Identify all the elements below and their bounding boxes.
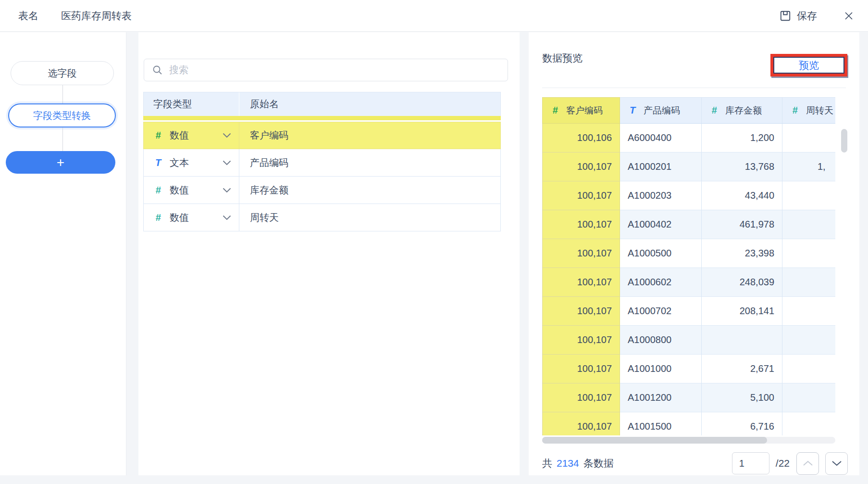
preview-cell (782, 383, 835, 412)
hash-icon: # (153, 185, 163, 196)
record-count-number: 2134 (557, 458, 579, 469)
connector-line (62, 85, 63, 103)
preview-cell: A6000400 (620, 124, 702, 153)
preview-column-header: #客户编码 (542, 97, 620, 124)
field-original-name: 产品编码 (239, 149, 500, 176)
field-row[interactable]: #数值 客户编码 (143, 122, 501, 149)
table-name-value: 医药库存周转表 (61, 0, 132, 32)
preview-cell: 2,671 (702, 355, 782, 383)
preview-cell (782, 181, 835, 210)
horizontal-scrollbar-thumb[interactable] (542, 437, 767, 444)
save-button[interactable]: 保存 (779, 0, 817, 32)
horizontal-scrollbar[interactable] (542, 437, 835, 444)
connector-line (62, 127, 63, 151)
vertical-scrollbar[interactable] (841, 129, 847, 153)
preview-cell (782, 124, 835, 153)
chevron-down-icon (223, 133, 231, 138)
preview-cell: 13,768 (702, 153, 782, 181)
preview-column-label: 周转天 (806, 104, 833, 117)
preview-cell (782, 326, 835, 355)
preview-cell: 100,107 (542, 383, 620, 412)
search-box[interactable] (144, 59, 508, 81)
preview-cell: A1001200 (620, 383, 702, 412)
field-type-select[interactable]: #数值 (144, 204, 239, 231)
preview-column-header: #库存金额 (702, 97, 782, 124)
preview-table-row: 100,107A1000402461,978 (542, 210, 835, 239)
field-original-name: 客户编码 (239, 122, 500, 149)
preview-cell: 6,716 (702, 412, 782, 435)
hash-icon: # (153, 130, 163, 141)
preview-column-label: 库存金额 (725, 104, 762, 117)
text-icon: T (628, 105, 637, 116)
column-header-original-name: 原始名 (239, 98, 279, 111)
preview-table-body: 100,106A60004001,200100,107A100020113,76… (542, 124, 835, 435)
add-step-button[interactable]: + (6, 151, 115, 174)
next-page-button[interactable] (825, 452, 848, 475)
preview-cell (782, 239, 835, 268)
preview-cell: 23,398 (702, 239, 782, 268)
search-input[interactable] (169, 64, 508, 76)
preview-cell: A1000602 (620, 268, 702, 297)
field-rows: #数值 客户编码 T文本 产品编码 #数值 库存金额 #数值 周转天 (143, 122, 501, 231)
field-row[interactable]: T文本 产品编码 (143, 149, 501, 177)
preview-cell: A1000201 (620, 153, 702, 181)
preview-cell: A1000203 (620, 181, 702, 210)
field-type-select[interactable]: #数值 (144, 122, 239, 149)
preview-cell: 100,107 (542, 239, 620, 268)
preview-cell (782, 297, 835, 326)
preview-cell: 100,107 (542, 355, 620, 383)
field-row[interactable]: #数值 库存金额 (143, 177, 501, 204)
chevron-down-icon (223, 188, 231, 193)
preview-cell: A1001500 (620, 412, 702, 435)
field-type-select[interactable]: #数值 (144, 177, 239, 204)
preview-cell (782, 355, 835, 383)
text-icon: T (153, 157, 163, 168)
step-field-type-conversion[interactable]: 字段类型转换 (8, 103, 116, 127)
field-type-select[interactable]: T文本 (144, 149, 239, 176)
field-row[interactable]: #数值 周转天 (143, 204, 501, 231)
search-icon (152, 64, 163, 76)
preview-button[interactable]: 预览 (773, 57, 844, 74)
preview-cell (702, 326, 782, 355)
field-type-label: 数值 (170, 211, 189, 224)
steps-sidebar: 选字段 字段类型转换 + (0, 32, 126, 475)
chevron-down-icon (831, 460, 842, 466)
preview-cell: A1001000 (620, 355, 702, 383)
page-input[interactable] (732, 452, 769, 474)
step-select-fields[interactable]: 选字段 (11, 61, 114, 85)
save-label: 保存 (797, 9, 817, 23)
preview-column-label: 产品编码 (644, 104, 680, 117)
preview-table-row: 100,107A10015006,716 (542, 412, 835, 435)
hash-icon: # (550, 105, 560, 116)
preview-table-row: 100,107A1000702208,141 (542, 297, 835, 326)
preview-cell: 100,106 (542, 124, 620, 153)
close-button[interactable] (843, 0, 855, 32)
field-type-label: 数值 (170, 184, 189, 197)
previous-page-button[interactable] (796, 452, 819, 475)
preview-cell: 1,200 (702, 124, 782, 153)
field-original-name: 周转天 (239, 204, 500, 231)
preview-cell: 100,107 (542, 181, 620, 210)
close-icon (843, 10, 855, 22)
field-table: 字段类型 原始名 #数值 客户编码 T文本 产品编码 #数值 库存金额 #数值 … (143, 92, 501, 231)
field-list-panel: 字段类型 原始名 #数值 客户编码 T文本 产品编码 #数值 库存金额 #数值 … (138, 32, 520, 475)
page-total: /22 (776, 458, 790, 469)
preview-cell: 248,039 (702, 268, 782, 297)
preview-table-row: 100,106A60004001,200 (542, 124, 835, 153)
preview-table-row: 100,107A100050023,398 (542, 239, 835, 268)
highlight-strip (143, 116, 501, 120)
record-count-prefix: 共 (542, 457, 552, 470)
preview-cell: 100,107 (542, 297, 620, 326)
preview-cell: 1, (782, 153, 835, 181)
preview-cell (782, 268, 835, 297)
hash-icon: # (709, 105, 719, 116)
preview-cell (782, 210, 835, 239)
chevron-down-icon (223, 215, 231, 220)
preview-cell: 100,107 (542, 210, 620, 239)
column-header-field-type: 字段类型 (144, 92, 239, 116)
table-name-label: 表名 (18, 0, 38, 32)
field-original-name: 库存金额 (239, 177, 500, 204)
preview-cell: A1000500 (620, 239, 702, 268)
field-type-label: 数值 (170, 129, 189, 142)
annotation-red-box: 预览 (770, 54, 847, 76)
